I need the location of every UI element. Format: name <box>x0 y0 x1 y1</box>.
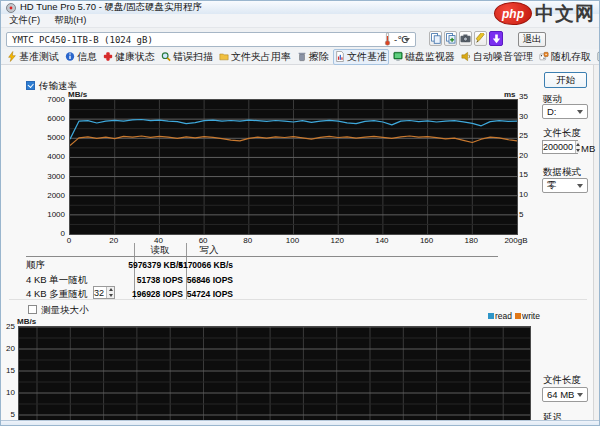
disk-monitor-icon <box>393 51 403 62</box>
exit-button[interactable]: 退出 <box>518 32 546 47</box>
file-length-value[interactable]: 200000 <box>543 141 575 153</box>
section-divider <box>9 299 587 300</box>
file-length-spinner[interactable]: 200000 <box>542 140 578 154</box>
axis-tick-label: 2000 <box>3 191 65 200</box>
copy-button[interactable] <box>429 31 442 46</box>
menu-help[interactable]: 帮助(H) <box>54 14 86 27</box>
axis-tick-label: 25 <box>1 322 15 331</box>
drive-bar: YMTC PC450-1TB-B (1024 gB) -℃ <box>1 28 599 50</box>
axis-tick-label: 30 <box>519 112 537 121</box>
toolbar-tab-erase[interactable]: 擦除 <box>295 49 331 65</box>
y-axis-unit-left: MB/s <box>68 90 87 99</box>
block-size-checkbox[interactable] <box>28 305 37 314</box>
block-file-length-label: 文件长度 <box>543 374 581 387</box>
toolbar-tab-aam[interactable]: 自动噪音管理 <box>459 49 535 65</box>
folder-icon <box>219 51 229 62</box>
transfer-rate-checkbox[interactable] <box>26 81 35 90</box>
copy-add-button[interactable] <box>444 31 457 46</box>
axis-tick-label: 5 <box>519 210 537 219</box>
axis-tick-label: 10 <box>519 190 537 199</box>
camera-icon <box>460 34 471 43</box>
data-pattern-select[interactable]: 零 <box>542 178 588 193</box>
info-icon <box>65 51 75 62</box>
axis-tick-label: 140 <box>366 236 398 245</box>
axis-tick-label: 6000 <box>3 114 65 123</box>
toolbar-tab-disk-monitor[interactable]: 磁盘监视器 <box>391 49 457 65</box>
axis-tick-label: 80 <box>232 236 264 245</box>
file-length-down-button[interactable] <box>576 147 580 153</box>
legend-item-read: read <box>488 311 512 321</box>
axis-tick-label: 5000 <box>3 133 65 142</box>
toolbar-tab-file-benchmark[interactable]: 文件基准 <box>333 49 389 65</box>
menu-file[interactable]: 文件(F) <box>9 14 40 27</box>
health-icon <box>103 51 113 62</box>
pen-icon <box>475 33 486 44</box>
axis-tick-label: 25 <box>519 131 537 140</box>
hdtune-window: HD Tune Pro 5.70 - 硬盘/固态硬盘实用程序 php 中文网 文… <box>0 0 600 426</box>
toolbar-tab-info[interactable]: 信息 <box>63 49 99 65</box>
block-size-plot <box>18 326 531 420</box>
axis-tick-label: 20 <box>1 344 15 353</box>
save-results-button[interactable] <box>489 31 503 46</box>
benchmark-icon <box>7 51 17 62</box>
write-result-value: 5170066 KB/s <box>157 260 233 270</box>
window-bottom-frame <box>1 420 599 426</box>
toolbar-tab-random-access[interactable]: 随机存取 <box>537 49 593 65</box>
legend-swatch <box>515 313 521 319</box>
write-result-value: 54724 IOPS <box>157 289 233 299</box>
axis-tick-label: 0 <box>53 236 85 245</box>
thermometer-icon <box>384 32 391 50</box>
chevron-down-icon <box>577 184 583 188</box>
chevron-down-icon <box>577 110 583 114</box>
file-length-unit: MB <box>581 143 595 154</box>
axis-tick-label: 35 <box>519 92 537 101</box>
result-row-label: 顺序 <box>26 259 45 272</box>
axis-tick-label: 160 <box>411 236 443 245</box>
target-drive-value: D: <box>547 106 557 117</box>
php-logo-badge: php <box>494 2 532 25</box>
data-pattern-value: 零 <box>547 179 557 192</box>
block-size-chart <box>19 327 530 420</box>
axis-tick-label: 4000 <box>3 152 65 161</box>
file-length-label: 文件长度 <box>543 127 581 140</box>
toolbar-tab-error-scan[interactable]: 错误扫描 <box>159 49 215 65</box>
screenshot-button[interactable] <box>459 31 472 46</box>
erase-icon <box>297 51 307 62</box>
panel-divider <box>593 65 594 420</box>
result-row-label: 4 KB 单一随机 <box>26 274 87 287</box>
y-axis-unit-right: ms <box>504 90 516 99</box>
drive-select[interactable]: YMTC PC450-1TB-B (1024 gB) <box>6 32 416 47</box>
block-size-checkbox-label: 测量块大小 <box>41 304 89 317</box>
legend: readwrite <box>488 311 540 321</box>
chevron-down-icon <box>577 393 583 397</box>
axis-tick-label: 200gB <box>500 236 532 245</box>
php-logo-text: 中文网 <box>535 1 595 27</box>
highlight-button[interactable] <box>474 31 487 46</box>
axis-tick-label: 40 <box>142 236 174 245</box>
start-button[interactable]: 开始 <box>544 72 587 88</box>
axis-tick-label: 15 <box>519 170 537 179</box>
block-file-length-select[interactable]: 64 MB <box>542 387 588 402</box>
block-file-length-value: 64 MB <box>547 389 574 400</box>
random-access-icon <box>539 51 549 62</box>
toolbar-tab-extra-tests[interactable]: 附加测试 <box>595 49 600 65</box>
target-drive-select[interactable]: D: <box>542 104 588 119</box>
window-title: HD Tune Pro 5.70 - 硬盘/固态硬盘实用程序 <box>20 1 202 14</box>
download-arrow-icon <box>492 34 501 44</box>
file-benchmark-icon <box>335 51 345 62</box>
axis-tick-label: 5 <box>1 410 15 419</box>
axis-tick-label: 7000 <box>3 95 65 104</box>
legend-swatch <box>488 313 494 319</box>
axis-tick-label: 20 <box>98 236 130 245</box>
legend-item-write: write <box>515 311 540 321</box>
table-header-rule <box>26 256 498 257</box>
toolbar-tab-benchmark[interactable]: 基准测试 <box>5 49 61 65</box>
axis-tick-label: 20 <box>519 151 537 160</box>
toolbar-tab-folder-usage[interactable]: 文件夹占用率 <box>217 49 293 65</box>
toolbar-tab-health[interactable]: 健康状态 <box>101 49 157 65</box>
transfer-rate-chart <box>70 100 517 234</box>
result-row-label: 4 KB 多重随机 <box>26 288 87 301</box>
axis-tick-label: 120 <box>321 236 353 245</box>
axis-tick-label: 10 <box>1 388 15 397</box>
copy-icon <box>431 33 441 44</box>
